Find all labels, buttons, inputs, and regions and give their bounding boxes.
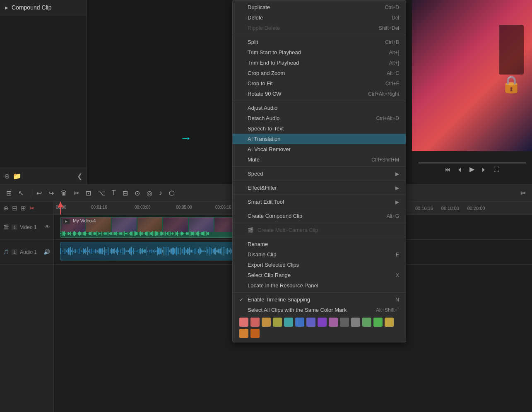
add-folder-icon[interactable]: ⊕ [4, 172, 10, 180]
transform-button[interactable]: ⊡ [84, 188, 93, 199]
collapse-icon[interactable]: ❮ [77, 172, 82, 180]
menu-separator-25 [233, 223, 406, 223]
split-track-icon[interactable]: ✂ [29, 205, 35, 212]
playhead[interactable] [60, 202, 61, 214]
menu-item-export-selected[interactable]: Export Selected Clips [233, 260, 406, 270]
menu-item-smart-edit[interactable]: Smart Edit Tool▶ [233, 197, 406, 207]
menu-item-label-ai-translation: AI Translation [248, 136, 399, 142]
right-time-3: 00:20:00 [467, 206, 485, 211]
menu-item-speed[interactable]: Speed▶ [233, 169, 406, 179]
menu-item-speech-to-text[interactable]: Speech-to-Text [233, 123, 406, 134]
cut-button[interactable]: ✂ [72, 188, 81, 199]
menu-item-shortcut-split: Ctrl+B [385, 39, 399, 45]
menu-item-create-compound[interactable]: Create Compound ClipAlt+G [233, 211, 406, 221]
ruler-time-3: 00:05:00 [176, 205, 192, 210]
color-swatch-2[interactable] [262, 318, 271, 327]
fullscreen-button[interactable]: ⛶ [493, 166, 499, 173]
color-swatch-8[interactable] [329, 318, 338, 327]
frame-forward-button[interactable]: ⏵ [481, 166, 487, 173]
undo-button[interactable]: ↩ [34, 188, 44, 199]
add-track-icon[interactable]: ⊕ [3, 205, 9, 212]
select-icon[interactable]: ↖ [16, 188, 26, 199]
menu-item-label-split: Split [248, 39, 373, 45]
text-button[interactable]: T [110, 188, 118, 198]
right-ruler: 00:16:16 00:18:08 00:20:00 [412, 202, 532, 215]
menu-separator-21 [233, 195, 406, 195]
color-swatch-12[interactable] [373, 318, 383, 327]
frame-back-button[interactable]: ⏴ [457, 166, 463, 173]
color-swatch-6[interactable] [306, 318, 315, 327]
snap-icon[interactable]: ⊞ [4, 188, 14, 199]
menu-item-select-clip-range[interactable]: Select Clip RangeX [233, 270, 406, 280]
menu-item-label-ai-vocal: AI Vocal Remover [248, 146, 399, 152]
redo-button[interactable]: ↪ [46, 188, 56, 199]
video-track-name: Video 1 [20, 224, 36, 230]
menu-item-crop-fit[interactable]: Crop to FitCtrl+F [233, 78, 406, 89]
color-swatch-10[interactable] [351, 318, 360, 327]
menu-item-split[interactable]: SplitCtrl+B [233, 37, 406, 47]
menu-item-label-rename: Rename [248, 241, 399, 247]
menu-item-detach-audio[interactable]: Detach AudioCtrl+Alt+D [233, 113, 406, 123]
color-button[interactable]: ◎ [144, 188, 154, 199]
color-swatch-5[interactable] [295, 318, 304, 327]
menu-item-ai-translation[interactable]: AI Translation [233, 134, 406, 144]
video-track-eye-icon[interactable]: 👁 [45, 224, 50, 230]
menu-item-rotate[interactable]: Rotate 90 CWCtrl+Alt+Right [233, 89, 406, 99]
video-track-num-badge: 1 [12, 224, 17, 230]
delete-button[interactable]: 🗑 [58, 188, 69, 198]
color-swatch-9[interactable] [340, 318, 349, 327]
color-swatch-14[interactable] [239, 329, 248, 338]
menu-item-locate-resource[interactable]: Locate in the Resource Panel [233, 280, 406, 291]
menu-item-create-multicam: 🎬Create Multi-Camera Clip [233, 225, 406, 235]
link-icon[interactable]: ⊟ [12, 205, 17, 212]
expand-arrow-icon[interactable]: ▶ [5, 5, 8, 10]
color-swatch-0[interactable] [239, 318, 248, 327]
menu-item-adjust-audio[interactable]: Adjust Audio [233, 103, 406, 113]
folder-icon[interactable]: 📁 [13, 172, 21, 180]
menu-separator-23 [233, 209, 406, 209]
effect-button[interactable]: ⬡ [167, 188, 177, 199]
audio-button[interactable]: ♪ [157, 188, 164, 198]
menu-item-label-smart-edit: Smart Edit Tool [248, 199, 392, 205]
menu-item-shortcut-crop-fit: Ctrl+F [385, 81, 399, 87]
group-icon[interactable]: ⊞ [21, 205, 26, 212]
menu-item-arrow-speed: ▶ [395, 171, 399, 177]
split-button[interactable]: ⌥ [96, 188, 107, 199]
menu-item-label-effect-filter: Effect&Filter [248, 185, 392, 191]
menu-item-delete[interactable]: DeleteDel [233, 12, 406, 23]
step-back-button[interactable]: ⏮ [445, 166, 450, 173]
preview-lock-icon: 🔒 [501, 75, 522, 94]
menu-item-effect-filter[interactable]: Effect&Filter▶ [233, 183, 406, 193]
menu-item-shortcut-select-clip-range: X [396, 272, 399, 278]
play-button[interactable]: ▶ [469, 165, 474, 173]
menu-item-disable-clip[interactable]: Disable ClipE [233, 249, 406, 260]
scissors-right-icon[interactable]: ✂ [518, 188, 528, 199]
menu-item-crop-zoom[interactable]: Crop and ZoomAlt+C [233, 68, 406, 78]
menu-item-enable-snapping[interactable]: ✓Enable Timeline SnappingN [233, 294, 406, 305]
menu-item-mute[interactable]: MuteCtrl+Shift+M [233, 154, 406, 165]
menu-item-shortcut-enable-snapping: N [395, 297, 399, 303]
video-track-icons: 👁 [45, 224, 50, 230]
menu-item-label-duplicate: Duplicate [248, 4, 373, 10]
menu-item-select-same-color[interactable]: Select All Clips with the Same Color Mar… [233, 305, 406, 315]
menu-item-rename[interactable]: Rename [233, 239, 406, 249]
speed-button[interactable]: ⊙ [132, 188, 142, 199]
audio-track-mute-icon[interactable]: 🔊 [43, 249, 50, 255]
color-swatch-1[interactable] [250, 318, 260, 327]
menu-item-ai-vocal[interactable]: AI Vocal Remover [233, 144, 406, 154]
color-swatch-4[interactable] [284, 318, 293, 327]
menu-item-trim-end[interactable]: Trim End to PlayheadAlt+] [233, 58, 406, 68]
preview-progress-bar[interactable] [418, 162, 526, 164]
color-swatch-7[interactable] [318, 318, 327, 327]
video-clip-label: My Video-4 [73, 218, 96, 223]
color-swatch-13[interactable] [385, 318, 394, 327]
menu-item-duplicate[interactable]: DuplicateCtrl+D [233, 2, 406, 12]
audio-track-label: 🎵 1 Audio 1 🔊 [0, 240, 53, 265]
crop-button[interactable]: ⊟ [120, 188, 130, 199]
color-swatch-3[interactable] [273, 318, 282, 327]
track-controls: ⊕ ⊟ ⊞ ✂ 🎬 1 Video 1 👁 🎵 1 Audio 1 🔊 [0, 202, 54, 412]
menu-item-label-select-clip-range: Select Clip Range [248, 272, 383, 278]
color-swatch-11[interactable] [362, 318, 371, 327]
color-swatch-15[interactable] [250, 329, 260, 338]
menu-item-trim-start[interactable]: Trim Start to PlayheadAlt+[ [233, 47, 406, 58]
